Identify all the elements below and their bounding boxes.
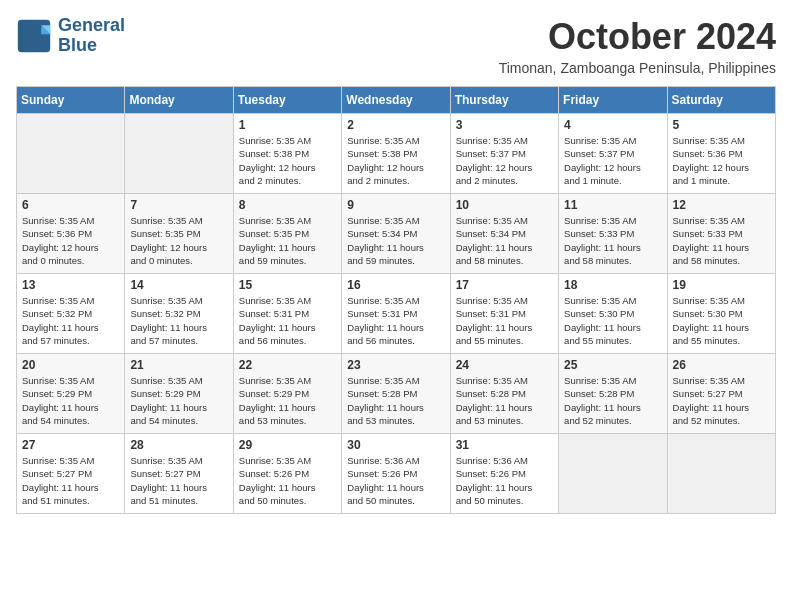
- calendar-cell: 21Sunrise: 5:35 AM Sunset: 5:29 PM Dayli…: [125, 354, 233, 434]
- day-number: 3: [456, 118, 553, 132]
- day-detail: Sunrise: 5:35 AM Sunset: 5:28 PM Dayligh…: [347, 374, 444, 427]
- calendar-cell: 3Sunrise: 5:35 AM Sunset: 5:37 PM Daylig…: [450, 114, 558, 194]
- day-detail: Sunrise: 5:35 AM Sunset: 5:38 PM Dayligh…: [347, 134, 444, 187]
- calendar-cell: 12Sunrise: 5:35 AM Sunset: 5:33 PM Dayli…: [667, 194, 775, 274]
- calendar-cell: 10Sunrise: 5:35 AM Sunset: 5:34 PM Dayli…: [450, 194, 558, 274]
- day-number: 2: [347, 118, 444, 132]
- day-detail: Sunrise: 5:35 AM Sunset: 5:33 PM Dayligh…: [564, 214, 661, 267]
- day-detail: Sunrise: 5:35 AM Sunset: 5:29 PM Dayligh…: [130, 374, 227, 427]
- calendar-cell: 17Sunrise: 5:35 AM Sunset: 5:31 PM Dayli…: [450, 274, 558, 354]
- calendar-cell: 1Sunrise: 5:35 AM Sunset: 5:38 PM Daylig…: [233, 114, 341, 194]
- day-detail: Sunrise: 5:35 AM Sunset: 5:27 PM Dayligh…: [130, 454, 227, 507]
- day-header-wednesday: Wednesday: [342, 87, 450, 114]
- calendar-cell: [125, 114, 233, 194]
- calendar-week-1: 1Sunrise: 5:35 AM Sunset: 5:38 PM Daylig…: [17, 114, 776, 194]
- calendar-cell: 30Sunrise: 5:36 AM Sunset: 5:26 PM Dayli…: [342, 434, 450, 514]
- day-number: 4: [564, 118, 661, 132]
- day-number: 14: [130, 278, 227, 292]
- day-detail: Sunrise: 5:35 AM Sunset: 5:32 PM Dayligh…: [130, 294, 227, 347]
- header: General Blue October 2024 Timonan, Zambo…: [16, 16, 776, 76]
- day-detail: Sunrise: 5:35 AM Sunset: 5:36 PM Dayligh…: [22, 214, 119, 267]
- day-detail: Sunrise: 5:35 AM Sunset: 5:26 PM Dayligh…: [239, 454, 336, 507]
- day-number: 10: [456, 198, 553, 212]
- day-detail: Sunrise: 5:35 AM Sunset: 5:27 PM Dayligh…: [22, 454, 119, 507]
- day-number: 23: [347, 358, 444, 372]
- day-detail: Sunrise: 5:36 AM Sunset: 5:26 PM Dayligh…: [347, 454, 444, 507]
- day-header-saturday: Saturday: [667, 87, 775, 114]
- day-number: 24: [456, 358, 553, 372]
- day-number: 1: [239, 118, 336, 132]
- calendar-cell: 11Sunrise: 5:35 AM Sunset: 5:33 PM Dayli…: [559, 194, 667, 274]
- logo-icon: [16, 18, 52, 54]
- calendar-cell: 2Sunrise: 5:35 AM Sunset: 5:38 PM Daylig…: [342, 114, 450, 194]
- calendar-cell: 7Sunrise: 5:35 AM Sunset: 5:35 PM Daylig…: [125, 194, 233, 274]
- calendar-cell: 16Sunrise: 5:35 AM Sunset: 5:31 PM Dayli…: [342, 274, 450, 354]
- calendar-cell: 5Sunrise: 5:35 AM Sunset: 5:36 PM Daylig…: [667, 114, 775, 194]
- day-header-tuesday: Tuesday: [233, 87, 341, 114]
- day-number: 19: [673, 278, 770, 292]
- logo: General Blue: [16, 16, 125, 56]
- day-number: 5: [673, 118, 770, 132]
- calendar-week-3: 13Sunrise: 5:35 AM Sunset: 5:32 PM Dayli…: [17, 274, 776, 354]
- calendar-cell: 31Sunrise: 5:36 AM Sunset: 5:26 PM Dayli…: [450, 434, 558, 514]
- day-detail: Sunrise: 5:35 AM Sunset: 5:31 PM Dayligh…: [239, 294, 336, 347]
- day-detail: Sunrise: 5:36 AM Sunset: 5:26 PM Dayligh…: [456, 454, 553, 507]
- day-number: 13: [22, 278, 119, 292]
- day-header-monday: Monday: [125, 87, 233, 114]
- day-detail: Sunrise: 5:35 AM Sunset: 5:33 PM Dayligh…: [673, 214, 770, 267]
- day-number: 9: [347, 198, 444, 212]
- day-detail: Sunrise: 5:35 AM Sunset: 5:37 PM Dayligh…: [456, 134, 553, 187]
- day-detail: Sunrise: 5:35 AM Sunset: 5:29 PM Dayligh…: [239, 374, 336, 427]
- calendar-week-5: 27Sunrise: 5:35 AM Sunset: 5:27 PM Dayli…: [17, 434, 776, 514]
- svg-rect-0: [18, 20, 50, 52]
- day-number: 27: [22, 438, 119, 452]
- day-number: 11: [564, 198, 661, 212]
- calendar-cell: [559, 434, 667, 514]
- day-detail: Sunrise: 5:35 AM Sunset: 5:30 PM Dayligh…: [564, 294, 661, 347]
- day-detail: Sunrise: 5:35 AM Sunset: 5:34 PM Dayligh…: [456, 214, 553, 267]
- day-detail: Sunrise: 5:35 AM Sunset: 5:36 PM Dayligh…: [673, 134, 770, 187]
- day-header-thursday: Thursday: [450, 87, 558, 114]
- calendar-cell: 28Sunrise: 5:35 AM Sunset: 5:27 PM Dayli…: [125, 434, 233, 514]
- calendar-week-2: 6Sunrise: 5:35 AM Sunset: 5:36 PM Daylig…: [17, 194, 776, 274]
- calendar-cell: 15Sunrise: 5:35 AM Sunset: 5:31 PM Dayli…: [233, 274, 341, 354]
- day-number: 12: [673, 198, 770, 212]
- day-number: 15: [239, 278, 336, 292]
- day-number: 18: [564, 278, 661, 292]
- calendar-cell: 14Sunrise: 5:35 AM Sunset: 5:32 PM Dayli…: [125, 274, 233, 354]
- calendar-body: 1Sunrise: 5:35 AM Sunset: 5:38 PM Daylig…: [17, 114, 776, 514]
- calendar-cell: 8Sunrise: 5:35 AM Sunset: 5:35 PM Daylig…: [233, 194, 341, 274]
- calendar-cell: 9Sunrise: 5:35 AM Sunset: 5:34 PM Daylig…: [342, 194, 450, 274]
- day-detail: Sunrise: 5:35 AM Sunset: 5:34 PM Dayligh…: [347, 214, 444, 267]
- day-number: 21: [130, 358, 227, 372]
- calendar-cell: 19Sunrise: 5:35 AM Sunset: 5:30 PM Dayli…: [667, 274, 775, 354]
- day-detail: Sunrise: 5:35 AM Sunset: 5:35 PM Dayligh…: [239, 214, 336, 267]
- month-year-title: October 2024: [499, 16, 776, 58]
- calendar-cell: [17, 114, 125, 194]
- calendar-cell: 26Sunrise: 5:35 AM Sunset: 5:27 PM Dayli…: [667, 354, 775, 434]
- day-detail: Sunrise: 5:35 AM Sunset: 5:32 PM Dayligh…: [22, 294, 119, 347]
- day-detail: Sunrise: 5:35 AM Sunset: 5:31 PM Dayligh…: [456, 294, 553, 347]
- calendar-cell: 22Sunrise: 5:35 AM Sunset: 5:29 PM Dayli…: [233, 354, 341, 434]
- day-detail: Sunrise: 5:35 AM Sunset: 5:38 PM Dayligh…: [239, 134, 336, 187]
- day-detail: Sunrise: 5:35 AM Sunset: 5:35 PM Dayligh…: [130, 214, 227, 267]
- calendar-cell: 25Sunrise: 5:35 AM Sunset: 5:28 PM Dayli…: [559, 354, 667, 434]
- header-row: SundayMondayTuesdayWednesdayThursdayFrid…: [17, 87, 776, 114]
- logo-line1: General: [58, 16, 125, 36]
- day-number: 22: [239, 358, 336, 372]
- calendar-cell: 24Sunrise: 5:35 AM Sunset: 5:28 PM Dayli…: [450, 354, 558, 434]
- day-number: 20: [22, 358, 119, 372]
- day-detail: Sunrise: 5:35 AM Sunset: 5:30 PM Dayligh…: [673, 294, 770, 347]
- logo-text: General Blue: [58, 16, 125, 56]
- calendar-cell: 20Sunrise: 5:35 AM Sunset: 5:29 PM Dayli…: [17, 354, 125, 434]
- day-header-friday: Friday: [559, 87, 667, 114]
- calendar-header: SundayMondayTuesdayWednesdayThursdayFrid…: [17, 87, 776, 114]
- day-number: 16: [347, 278, 444, 292]
- day-number: 8: [239, 198, 336, 212]
- calendar-cell: 4Sunrise: 5:35 AM Sunset: 5:37 PM Daylig…: [559, 114, 667, 194]
- day-number: 6: [22, 198, 119, 212]
- day-detail: Sunrise: 5:35 AM Sunset: 5:28 PM Dayligh…: [456, 374, 553, 427]
- day-detail: Sunrise: 5:35 AM Sunset: 5:37 PM Dayligh…: [564, 134, 661, 187]
- day-detail: Sunrise: 5:35 AM Sunset: 5:31 PM Dayligh…: [347, 294, 444, 347]
- calendar-cell: 27Sunrise: 5:35 AM Sunset: 5:27 PM Dayli…: [17, 434, 125, 514]
